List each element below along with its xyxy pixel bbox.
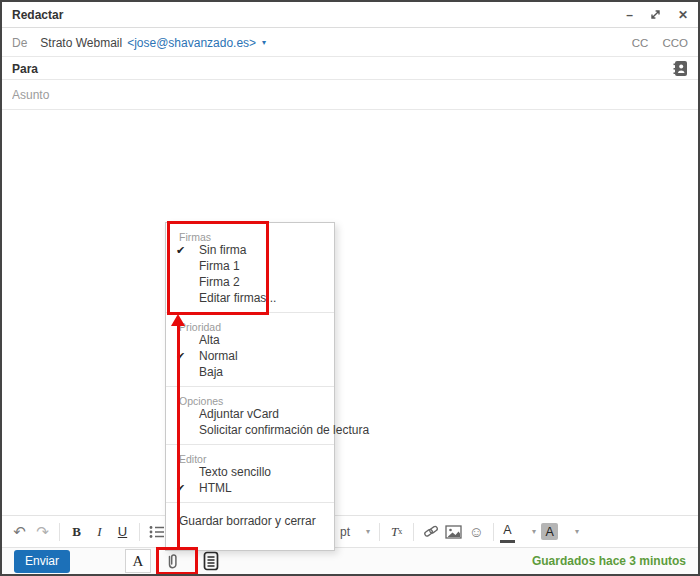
annotation-box-menu-button <box>156 547 198 575</box>
from-row: De Strato Webmail <jose@shavanzado.es> ▾… <box>2 29 698 57</box>
subject-row <box>2 81 698 110</box>
menu-section-editor: Editor Texto sencillo ✔HTML <box>166 444 334 502</box>
menu-section-opciones: Opciones Adjuntar vCard Solicitar confir… <box>166 386 334 444</box>
menu-item-texto-sencillo[interactable]: Texto sencillo <box>166 464 334 480</box>
menu-item-confirmacion-lectura[interactable]: Solicitar confirmación de lectura <box>166 422 334 438</box>
font-color-caret-down-icon[interactable]: ▾ <box>532 527 536 536</box>
emoji-icon[interactable]: ☺ <box>466 520 487 543</box>
annotation-box-firmas <box>167 221 269 315</box>
menu-item-alta[interactable]: Alta <box>166 332 334 348</box>
menu-item-guardar-borrador[interactable]: Guardar borrador y cerrar <box>166 502 334 539</box>
minimize-icon[interactable]: – <box>626 9 633 21</box>
cc-group: CC CCO <box>632 37 688 49</box>
window-title: Redactar <box>12 8 63 22</box>
subject-input[interactable] <box>2 81 698 109</box>
signature-menu-icon <box>203 551 219 571</box>
font-size-select[interactable]: pt <box>340 525 350 539</box>
toolbar-divider <box>413 523 414 541</box>
expand-icon[interactable] <box>650 9 661 20</box>
bold-button[interactable]: B <box>66 520 87 543</box>
format-toolbar: ↶ ↷ B I U 1 2 <box>2 515 698 547</box>
cc-button[interactable]: CC <box>632 37 649 49</box>
annotation-arrow-head <box>171 314 185 326</box>
toolbar-divider <box>139 523 140 541</box>
menu-section-label: Prioridad <box>166 318 334 332</box>
redo-icon[interactable]: ↷ <box>32 520 53 543</box>
cco-button[interactable]: CCO <box>662 37 688 49</box>
link-icon[interactable] <box>420 520 441 543</box>
send-button[interactable]: Enviar <box>14 550 70 573</box>
from-account-name[interactable]: Strato Webmail <box>40 36 122 50</box>
annotation-arrow-line <box>177 325 180 547</box>
insert-image-icon[interactable] <box>443 520 464 543</box>
menu-item-adjuntar-vcard[interactable]: Adjuntar vCard <box>166 406 334 422</box>
close-icon[interactable]: ✕ <box>678 9 688 21</box>
font-color-button[interactable]: A <box>500 520 515 543</box>
undo-icon[interactable]: ↶ <box>9 520 30 543</box>
menu-item-baja[interactable]: Baja <box>166 364 334 380</box>
window-controls: – ✕ <box>626 9 688 21</box>
compose-window: Redactar – ✕ De Strato Webmail <jose@sha… <box>0 0 700 576</box>
from-caret-down-icon[interactable]: ▾ <box>262 38 266 47</box>
clear-formatting-button[interactable]: Tx <box>386 520 407 543</box>
toolbar-divider <box>379 523 380 541</box>
font-size-caret-down-icon[interactable]: ▾ <box>366 527 370 536</box>
to-label: Para <box>12 62 38 76</box>
menu-section-label: Opciones <box>166 392 334 406</box>
italic-button[interactable]: I <box>89 520 110 543</box>
save-status: Guardados hace 3 minutos <box>532 554 686 568</box>
toolbar-divider <box>59 523 60 541</box>
toolbar-divider <box>493 523 494 541</box>
titlebar: Redactar – ✕ <box>2 2 698 28</box>
menu-item-html[interactable]: ✔HTML <box>166 480 334 496</box>
from-account-email[interactable]: <jose@shavanzado.es> <box>127 36 256 50</box>
to-input[interactable] <box>38 58 673 79</box>
menu-item-normal[interactable]: ✔Normal <box>166 348 334 364</box>
action-bar: Enviar A Guardados hace 3 minutos <box>2 547 698 574</box>
to-row: Para <box>2 58 698 80</box>
underline-button[interactable]: U <box>112 520 133 543</box>
from-label: De <box>12 36 27 50</box>
typography-button[interactable]: A <box>125 549 151 573</box>
highlight-caret-down-icon[interactable]: ▾ <box>575 527 579 536</box>
options-menu-button[interactable] <box>197 549 224 574</box>
menu-section-label: Editor <box>166 450 334 464</box>
message-body-editor[interactable] <box>2 111 698 515</box>
menu-section-prioridad: Prioridad Alta ✔Normal Baja <box>166 312 334 386</box>
highlight-color-button[interactable]: A <box>541 523 558 540</box>
bullet-list-icon[interactable] <box>146 520 167 543</box>
address-book-icon[interactable] <box>673 60 688 77</box>
